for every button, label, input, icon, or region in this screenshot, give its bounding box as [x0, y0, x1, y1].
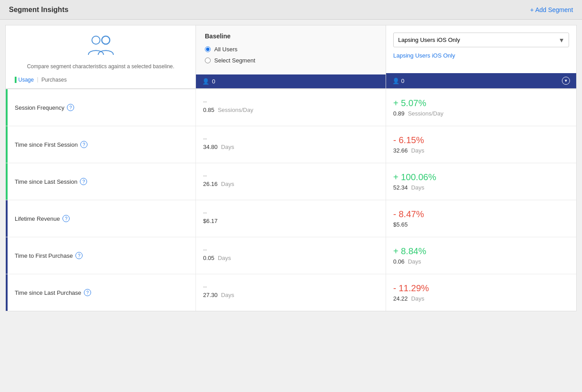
- segment-chevron-icon[interactable]: ▼: [562, 77, 570, 85]
- metric-compare-value: 32.66 Days: [393, 147, 569, 154]
- metric-baseline-cell-session_frequency: -- 0.85 Sessions/Day: [196, 89, 386, 126]
- table-row: Lifetime Revenue ? -- $6.17 - 8.47% $5.6…: [6, 200, 576, 237]
- table-row: Time to First Purchase ? -- 0.05 Days + …: [6, 237, 576, 274]
- table-row: Time since Last Session ? -- 26.16 Days …: [6, 163, 576, 200]
- metric-label-cell-lifetime_revenue: Lifetime Revenue ?: [6, 200, 196, 237]
- metric-baseline-value: 0.85 Sessions/Day: [203, 107, 378, 113]
- compare-icon: [85, 34, 116, 58]
- metric-label-text: Time since Last Purchase: [15, 289, 81, 296]
- table-row: Session Frequency ? -- 0.85 Sessions/Day…: [6, 89, 576, 126]
- svg-point-1: [102, 36, 110, 44]
- help-icon-time_since_last_session[interactable]: ?: [80, 178, 87, 185]
- metric-compare-value: 0.89 Sessions/Day: [393, 110, 569, 117]
- metric-label-text: Lifetime Revenue: [15, 215, 60, 222]
- segment-link[interactable]: Lapsing Users iOS Only: [393, 52, 455, 59]
- metric-label-text: Session Frequency: [15, 104, 64, 111]
- metric-dashes: --: [203, 246, 378, 253]
- svg-point-0: [92, 36, 100, 44]
- metric-label-cell-time_since_last_session: Time since Last Session ?: [6, 163, 196, 200]
- metric-label-text: Time since Last Session: [15, 178, 77, 185]
- metric-baseline-cell-lifetime_revenue: -- $6.17: [196, 200, 386, 237]
- tab-purchases[interactable]: Purchases: [42, 77, 67, 83]
- top-panel: Compare segment characteristics against …: [5, 25, 577, 89]
- baseline-all-users-radio[interactable]: [205, 46, 211, 52]
- metric-compare-cell-time_since_first_session: - 6.15% 32.66 Days: [386, 126, 576, 163]
- metric-change: + 5.07%: [393, 98, 569, 108]
- metric-baseline-value: 0.05 Days: [203, 255, 378, 261]
- metric-compare-cell-time_since_last_purchase: - 11.29% 24.22 Days: [386, 274, 576, 311]
- help-icon-lifetime_revenue[interactable]: ?: [62, 215, 70, 222]
- metric-dashes: --: [203, 283, 378, 290]
- segment-count-bar: 👤 0 ▼: [386, 73, 576, 88]
- baseline-select-segment-radio[interactable]: [205, 58, 211, 63]
- metric-compare-value: 0.06 Days: [393, 258, 569, 265]
- metric-baseline-value: 26.16 Days: [203, 181, 378, 187]
- metric-change: - 6.15%: [393, 135, 569, 145]
- app-header: Segment Insights + Add Segment: [0, 0, 582, 20]
- metric-baseline-value: 34.80 Days: [203, 144, 378, 150]
- panel-left: Compare segment characteristics against …: [6, 25, 196, 88]
- metric-compare-value: 24.22 Days: [393, 295, 569, 302]
- metric-dashes: --: [203, 135, 378, 142]
- help-icon-session_frequency[interactable]: ?: [67, 104, 74, 111]
- metric-label-cell-time_to_first_purchase: Time to First Purchase ?: [6, 237, 196, 274]
- segment-users-icon: 👤: [392, 78, 399, 84]
- metric-baseline-value: 27.30 Days: [203, 292, 378, 298]
- metric-compare-value: $5.65: [393, 221, 569, 228]
- description-text: Compare segment characteristics against …: [27, 63, 174, 70]
- main-content: Compare segment characteristics against …: [0, 20, 582, 317]
- metric-baseline-cell-time_since_first_session: -- 34.80 Days: [196, 126, 386, 163]
- metric-baseline-cell-time_to_first_purchase: -- 0.05 Days: [196, 237, 386, 274]
- metrics-table: Session Frequency ? -- 0.85 Sessions/Day…: [5, 89, 577, 311]
- metric-label-text: Time since First Session: [15, 141, 78, 148]
- segment-count: 0: [401, 78, 404, 84]
- metric-label-cell-time_since_first_session: Time since First Session ?: [6, 126, 196, 163]
- page-title: Segment Insights: [9, 6, 68, 14]
- baseline-select-segment[interactable]: Select Segment: [205, 57, 377, 64]
- baseline-all-users[interactable]: All Users: [205, 46, 377, 53]
- metric-dashes: --: [203, 98, 378, 105]
- help-icon-time_to_first_purchase[interactable]: ?: [75, 252, 83, 259]
- metric-change: - 11.29%: [393, 283, 569, 293]
- help-icon-time_since_last_purchase[interactable]: ?: [84, 289, 91, 296]
- metric-label-text: Time to First Purchase: [15, 252, 73, 259]
- metric-label-cell-session_frequency: Session Frequency ?: [6, 89, 196, 126]
- table-row: Time since First Session ? -- 34.80 Days…: [6, 126, 576, 163]
- segment-dropdown[interactable]: Lapsing Users iOS Only: [393, 33, 569, 47]
- segment-right-panel: Lapsing Users iOS Only ▼ Lapsing Users i…: [386, 25, 576, 88]
- metric-compare-value: 52.34 Days: [393, 184, 569, 191]
- metric-baseline-value: $6.17: [203, 218, 378, 224]
- tab-usage[interactable]: Usage: [18, 77, 34, 83]
- metric-label-cell-time_since_last_purchase: Time since Last Purchase ?: [6, 274, 196, 311]
- metric-change: + 8.84%: [393, 246, 569, 256]
- metric-change: - 8.47%: [393, 209, 569, 219]
- metric-compare-cell-time_to_first_purchase: + 8.84% 0.06 Days: [386, 237, 576, 274]
- users-icon: 👤: [202, 78, 209, 85]
- add-segment-button[interactable]: + Add Segment: [530, 6, 573, 13]
- baseline-count-bar: 👤 0: [196, 74, 386, 88]
- table-row: Time since Last Purchase ? -- 27.30 Days…: [6, 274, 576, 311]
- metric-dashes: --: [203, 172, 378, 179]
- metric-baseline-cell-time_since_last_purchase: -- 27.30 Days: [196, 274, 386, 311]
- metric-baseline-cell-time_since_last_session: -- 26.16 Days: [196, 163, 386, 200]
- metric-dashes: --: [203, 209, 378, 216]
- metric-compare-cell-lifetime_revenue: - 8.47% $5.65: [386, 200, 576, 237]
- metric-compare-cell-session_frequency: + 5.07% 0.89 Sessions/Day: [386, 89, 576, 126]
- baseline-count: 0: [212, 78, 215, 85]
- help-icon-time_since_first_session[interactable]: ?: [80, 141, 87, 148]
- baseline-panel: Baseline All Users Select Segment 👤 0: [196, 25, 386, 88]
- metric-compare-cell-time_since_last_session: + 100.06% 52.34 Days: [386, 163, 576, 200]
- baseline-title: Baseline: [205, 33, 377, 40]
- metric-change: + 100.06%: [393, 172, 569, 182]
